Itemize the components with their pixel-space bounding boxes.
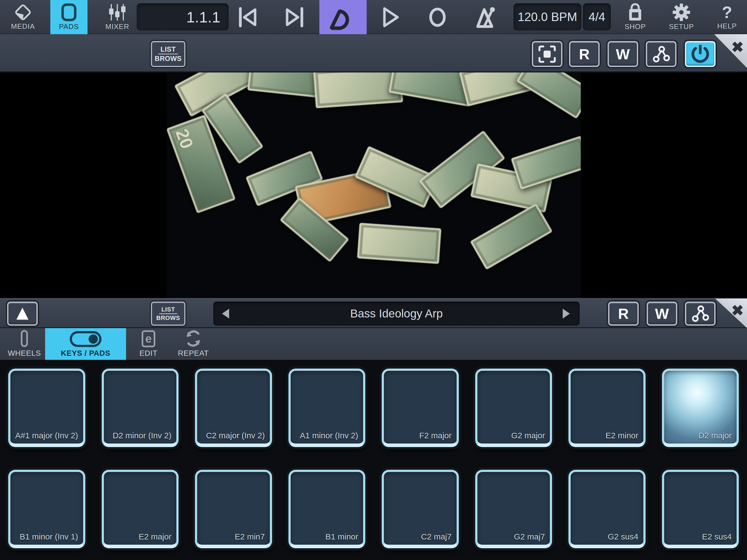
shop-button[interactable]: SHOP xyxy=(617,0,653,34)
preset-bar: LIST BROWS Bass Ideology Arp R W ✖ xyxy=(0,298,747,328)
media-button[interactable]: MEDIA xyxy=(5,0,41,34)
preset-list-browser-toggle[interactable]: LIST BROWS xyxy=(151,302,185,326)
forward-to-end-button[interactable] xyxy=(278,0,311,34)
money-bill xyxy=(357,223,441,264)
toggle-switch-icon xyxy=(69,331,102,347)
chord-pad[interactable]: E2 major xyxy=(102,470,179,548)
chord-pad[interactable]: D2 minor (Inv 2) xyxy=(102,368,179,447)
write-automation-label: W xyxy=(616,46,630,62)
read-automation-button[interactable]: R xyxy=(608,302,639,326)
preset-name: Bass Ideology Arp xyxy=(350,307,443,320)
pad-row-1: A#1 major (Inv 2)D2 minor (Inv 2)C2 majo… xyxy=(8,368,739,447)
setup-gear-icon xyxy=(672,3,691,21)
routing-icon xyxy=(691,305,709,323)
close-panel-flap[interactable]: ✖ xyxy=(714,34,747,68)
pad-label: G2 sus4 xyxy=(608,532,639,541)
video-area: 20 xyxy=(0,73,747,298)
keys-pads-label: KEYS / PADS xyxy=(61,349,110,358)
video-control-bar: LIST BROWS R W xyxy=(0,34,747,73)
money-bill xyxy=(470,203,552,270)
previous-preset-icon[interactable] xyxy=(222,309,229,319)
tempo-value: 120.0 BPM xyxy=(518,10,577,24)
fullscreen-button[interactable] xyxy=(532,41,562,67)
mixer-button[interactable]: MIXER xyxy=(98,0,137,34)
tempo-display[interactable]: 120.0 BPM xyxy=(514,3,581,31)
chord-pad[interactable]: D2 major xyxy=(662,368,739,447)
media-icon xyxy=(14,4,32,21)
pad-label: C2 major (Inv 2) xyxy=(206,431,265,440)
edit-label: EDIT xyxy=(139,349,157,358)
pad-label: E2 minor xyxy=(606,431,638,440)
routing-button[interactable] xyxy=(646,41,676,67)
help-button[interactable]: ? HELP xyxy=(710,0,744,34)
chord-pad[interactable]: C2 major (Inv 2) xyxy=(195,368,272,447)
read-automation-button[interactable]: R xyxy=(569,41,600,67)
rewind-to-start-button[interactable] xyxy=(231,0,264,34)
write-automation-label: W xyxy=(655,305,669,322)
pads-label: PADS xyxy=(59,22,79,31)
chord-pads-grid: A#1 major (Inv 2)D2 minor (Inv 2)C2 majo… xyxy=(0,361,747,560)
power-icon xyxy=(691,45,710,63)
chord-pad[interactable]: E2 minor xyxy=(568,368,646,447)
metronome-button[interactable] xyxy=(468,0,504,34)
read-automation-label: R xyxy=(618,305,629,322)
chord-pad[interactable]: B1 minor xyxy=(288,470,366,548)
repeat-label: REPEAT xyxy=(178,349,209,358)
read-automation-label: R xyxy=(579,46,590,62)
close-icon: ✖ xyxy=(731,302,744,319)
chord-pad[interactable]: B1 minor (Inv 1) xyxy=(8,470,85,548)
brows-label: BROWS xyxy=(154,314,182,322)
pad-label: E2 major xyxy=(138,532,172,541)
mode-bar: WHEELS KEYS / PADS e EDIT REPEAT xyxy=(0,328,747,361)
time-signature-value: 4/4 xyxy=(588,10,605,24)
rewind-icon xyxy=(237,7,258,27)
time-signature-display[interactable]: 4/4 xyxy=(583,3,611,31)
next-preset-icon[interactable] xyxy=(563,309,570,319)
chord-pad[interactable]: G2 maj7 xyxy=(475,470,552,548)
song-position-value: 1.1.1 xyxy=(186,8,221,26)
record-icon xyxy=(428,6,447,28)
chord-pad[interactable]: E2 sus4 xyxy=(662,470,739,548)
tab-repeat[interactable]: REPEAT xyxy=(170,328,216,360)
wheel-icon xyxy=(20,330,29,347)
chord-pad[interactable]: C2 maj7 xyxy=(382,470,459,548)
pad-label: F2 major xyxy=(419,431,452,440)
app-window: MEDIA PADS xyxy=(0,0,747,560)
tab-keys-pads[interactable]: KEYS / PADS xyxy=(45,328,126,360)
tab-edit[interactable]: e EDIT xyxy=(128,328,169,360)
routing-button[interactable] xyxy=(685,302,716,326)
setup-label: SETUP xyxy=(669,22,694,31)
setup-button[interactable]: SETUP xyxy=(663,0,700,34)
pads-button[interactable]: PADS xyxy=(50,0,87,34)
help-label: HELP xyxy=(717,22,737,30)
play-button[interactable] xyxy=(374,0,407,34)
close-panel-flap[interactable]: ✖ xyxy=(715,299,747,328)
tab-wheels[interactable]: WHEELS xyxy=(4,328,45,360)
write-automation-button[interactable]: W xyxy=(647,302,677,326)
pad-label: E2 sus4 xyxy=(702,532,732,541)
video-frame[interactable]: 20 xyxy=(167,73,581,298)
money-bill xyxy=(516,73,581,119)
pad-label: E2 min7 xyxy=(235,532,265,541)
up-arrow-icon xyxy=(17,308,28,320)
preset-name-display[interactable]: Bass Ideology Arp xyxy=(213,302,579,326)
shop-label: SHOP xyxy=(624,22,646,31)
mixer-label: MIXER xyxy=(105,22,129,31)
list-browser-toggle[interactable]: LIST BROWS xyxy=(151,41,185,67)
cycle-icon xyxy=(330,4,357,31)
chord-pad[interactable]: A1 minor (Inv 2) xyxy=(288,368,366,447)
song-position-display[interactable]: 1.1.1 xyxy=(137,3,229,31)
power-button[interactable] xyxy=(685,41,716,67)
chord-pad[interactable]: E2 min7 xyxy=(195,470,272,548)
pad-label: A#1 major (Inv 2) xyxy=(15,431,78,440)
bill-denomination: 20 xyxy=(172,126,197,152)
chord-pad[interactable]: G2 major xyxy=(475,368,552,447)
record-button[interactable] xyxy=(421,0,454,34)
chord-pad[interactable]: G2 sus4 xyxy=(568,470,646,548)
write-automation-button[interactable]: W xyxy=(608,41,638,67)
chord-pad[interactable]: A#1 major (Inv 2) xyxy=(8,368,85,447)
chord-pad[interactable]: F2 major xyxy=(382,368,459,447)
cycle-button[interactable] xyxy=(319,0,367,34)
pad-label: G2 maj7 xyxy=(514,532,545,541)
collapse-panel-button[interactable] xyxy=(7,302,38,326)
